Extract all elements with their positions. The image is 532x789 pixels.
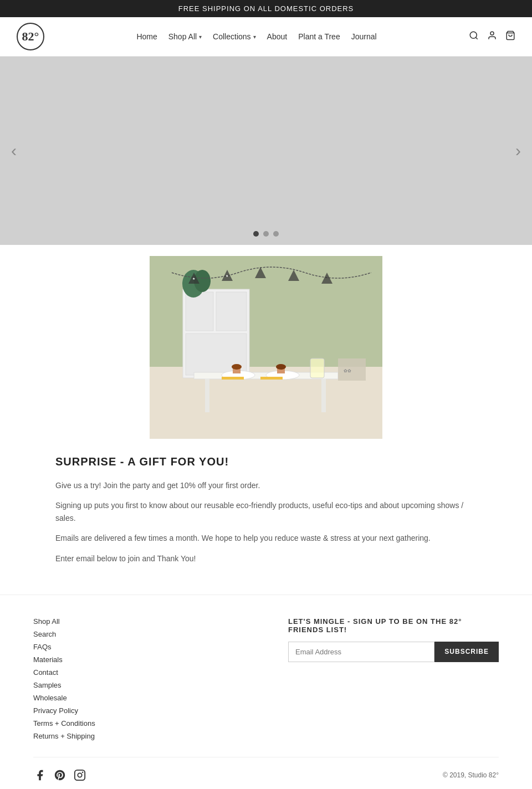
svg-rect-34	[75, 770, 85, 780]
gift-para-1: Give us a try! Join the party and get 10…	[55, 479, 477, 491]
footer-link-materials[interactable]: Materials	[33, 655, 95, 664]
nav-about[interactable]: About	[267, 32, 288, 41]
svg-point-21	[232, 364, 242, 370]
email-form: SUBSCRIBE	[288, 642, 499, 662]
social-icons	[33, 768, 86, 782]
footer-link-returns[interactable]: Returns + Shipping	[33, 732, 95, 740]
main-nav: Home Shop All ▾ Collections ▾ About Plan…	[136, 32, 376, 41]
site-logo[interactable]: 82°	[17, 23, 44, 50]
footer-link-contact[interactable]: Contact	[33, 668, 95, 677]
footer-link-wholesale[interactable]: Wholesale	[33, 694, 95, 702]
footer-link-search[interactable]: Search	[33, 630, 95, 638]
gift-para-2: Signing up puts you first to know about …	[55, 499, 477, 524]
gift-para-4: Enter email below to join and Thank You!	[55, 552, 477, 565]
svg-rect-32	[338, 358, 366, 381]
svg-rect-7	[186, 292, 213, 331]
subscribe-button[interactable]: SUBSCRIBE	[434, 642, 499, 662]
site-footer: Shop All Search FAQs Materials Contact S…	[0, 595, 532, 789]
gift-para-3: Emails are delivered a few times a month…	[55, 532, 477, 544]
search-button[interactable]	[469, 30, 479, 43]
svg-text:✿✿: ✿✿	[344, 368, 351, 373]
footer-bottom: © 2019, Studio 82°	[33, 757, 499, 782]
footer-inner: Shop All Search FAQs Materials Contact S…	[33, 617, 499, 740]
nav-home[interactable]: Home	[136, 32, 157, 41]
gift-heading: SURPRISE - A GIFT FOR YOU!	[55, 455, 477, 468]
svg-rect-8	[216, 292, 247, 331]
footer-link-shop-all[interactable]: Shop All	[33, 617, 95, 626]
facebook-icon[interactable]	[33, 768, 47, 782]
party-image: ★ ★ ✿✿	[150, 256, 382, 439]
hero-dot-1[interactable]	[253, 231, 259, 237]
footer-newsletter: LET'S MINGLE - SIGN UP TO BE ON THE 82° …	[288, 617, 499, 740]
login-button[interactable]	[487, 30, 497, 43]
svg-rect-14	[205, 379, 209, 412]
newsletter-heading: LET'S MINGLE - SIGN UP TO BE ON THE 82° …	[288, 617, 499, 634]
nav-plant-a-tree[interactable]: Plant a Tree	[298, 32, 340, 41]
nav-shop-all[interactable]: Shop All ▾	[168, 32, 202, 41]
pinterest-icon[interactable]	[53, 768, 66, 782]
svg-rect-19	[260, 377, 283, 380]
collections-chevron: ▾	[253, 34, 256, 40]
shop-all-chevron: ▾	[199, 34, 202, 40]
site-header: 82° Home Shop All ▾ Collections ▾ About …	[0, 17, 532, 57]
svg-rect-18	[222, 377, 244, 380]
hero-next-arrow[interactable]: ›	[515, 141, 521, 160]
hero-dot-2[interactable]	[263, 231, 269, 237]
svg-text:★: ★	[226, 274, 228, 278]
banner-text: FREE SHIPPING ON ALL DOMESTIC ORDERS	[178, 4, 354, 13]
svg-rect-24	[310, 358, 324, 378]
hero-dot-3[interactable]	[273, 231, 279, 237]
email-input[interactable]	[288, 642, 434, 662]
hero-dots	[253, 231, 279, 237]
nav-collections[interactable]: Collections ▾	[213, 32, 255, 41]
svg-rect-15	[321, 379, 326, 412]
svg-line-1	[475, 37, 477, 39]
header-icons	[469, 30, 515, 43]
gift-section: SURPRISE - A GIFT FOR YOU! Give us a try…	[55, 455, 477, 572]
footer-link-samples[interactable]: Samples	[33, 681, 95, 689]
copyright-text: © 2019, Studio 82°	[443, 771, 499, 779]
svg-text:★: ★	[192, 277, 195, 280]
svg-point-0	[470, 32, 477, 38]
top-banner: FREE SHIPPING ON ALL DOMESTIC ORDERS	[0, 0, 532, 17]
hero-slider: ‹ ›	[0, 57, 532, 245]
main-content: ★ ★ ✿✿ SURPRISE - A GIFT FOR YOU! Give u…	[0, 245, 532, 595]
instagram-icon[interactable]	[73, 768, 86, 782]
footer-link-privacy[interactable]: Privacy Policy	[33, 706, 95, 715]
svg-point-2	[490, 32, 494, 35]
nav-journal[interactable]: Journal	[351, 32, 377, 41]
footer-link-faqs[interactable]: FAQs	[33, 643, 95, 651]
svg-point-23	[276, 364, 286, 370]
footer-link-terms[interactable]: Terms + Conditions	[33, 719, 95, 727]
footer-links: Shop All Search FAQs Materials Contact S…	[33, 617, 95, 740]
cart-button[interactable]	[505, 30, 515, 43]
svg-point-35	[78, 773, 81, 777]
svg-point-36	[83, 772, 83, 772]
hero-prev-arrow[interactable]: ‹	[11, 141, 17, 160]
